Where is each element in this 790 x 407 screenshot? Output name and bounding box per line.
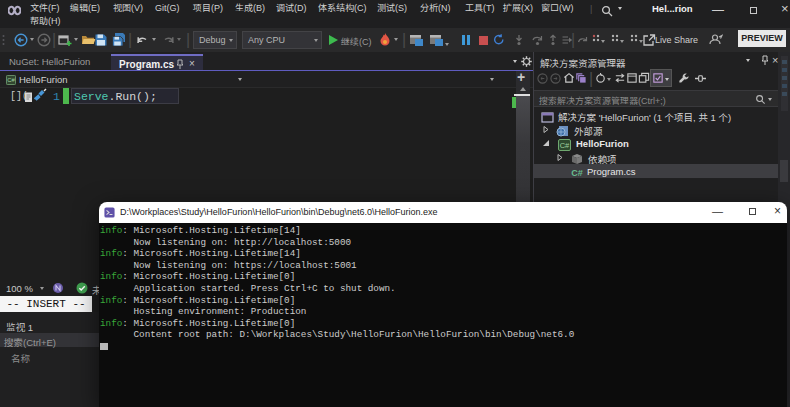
svg-text:C#: C#	[571, 168, 583, 178]
svg-text:C#: C#	[560, 141, 570, 150]
svg-text:C#: C#	[7, 77, 15, 83]
